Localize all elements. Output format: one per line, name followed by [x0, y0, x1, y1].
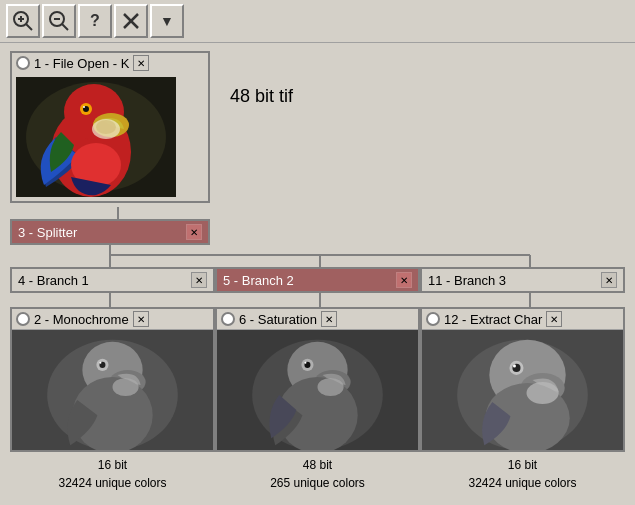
svg-point-52	[513, 364, 516, 367]
svg-point-43	[304, 362, 306, 364]
bit-depth-label: 48 bit tif	[230, 46, 293, 106]
extract-node: 12 - Extract Char ✕	[420, 307, 625, 452]
branch-2-close-icon: ✕	[400, 275, 408, 286]
file-open-label: 1 - File Open - K	[34, 56, 129, 71]
sat-node: 6 - Saturation ✕	[215, 307, 420, 452]
branch-row: 4 - Branch 1 ✕ 5 - Branch 2 ✕ 11 - Branc…	[10, 267, 625, 293]
file-open-header: 1 - File Open - K ✕	[12, 53, 208, 73]
close-all-button[interactable]	[114, 4, 148, 38]
branch-1-close[interactable]: ✕	[191, 272, 207, 288]
extract-bit-depth: 16 bit	[468, 456, 576, 474]
zoom-out-button[interactable]	[42, 4, 76, 38]
extract-panel: 12 - Extract Char ✕	[420, 307, 625, 496]
sat-unique-colors: 265 unique colors	[270, 474, 365, 492]
proc-lines-svg	[10, 293, 635, 307]
mono-unique-colors: 32424 unique colors	[58, 474, 166, 492]
branch-1-close-icon: ✕	[195, 275, 203, 286]
help-button[interactable]: ?	[78, 4, 112, 38]
close-icon: ✕	[137, 58, 145, 69]
extract-image	[422, 330, 623, 450]
sat-image	[217, 330, 418, 450]
extract-close[interactable]: ✕	[546, 311, 562, 327]
file-open-body	[12, 73, 208, 201]
extract-info: 16 bit 32424 unique colors	[466, 452, 578, 496]
file-open-image	[16, 77, 176, 197]
svg-point-34	[99, 362, 101, 364]
processor-row: 2 - Monochrome ✕	[10, 307, 625, 496]
mono-node: 2 - Monochrome ✕	[10, 307, 215, 452]
mono-bit-depth: 16 bit	[58, 456, 166, 474]
extract-close-icon: ✕	[550, 314, 558, 325]
mono-close[interactable]: ✕	[133, 311, 149, 327]
svg-point-36	[113, 378, 139, 396]
file-open-section: 1 - File Open - K ✕	[10, 51, 625, 203]
branch-3-close[interactable]: ✕	[601, 272, 617, 288]
sat-header: 6 - Saturation ✕	[217, 309, 418, 330]
svg-line-1	[26, 24, 32, 30]
extract-unique-colors: 32424 unique colors	[468, 474, 576, 492]
svg-point-54	[527, 382, 559, 404]
file-open-node: 1 - File Open - K ✕	[10, 51, 210, 203]
parrot-color-image	[16, 77, 176, 197]
branch-2-close[interactable]: ✕	[396, 272, 412, 288]
splitter-node: 3 - Splitter ✕	[10, 219, 210, 245]
bit-depth-display: 48 bit tif	[230, 51, 293, 107]
splitter-close[interactable]: ✕	[186, 224, 202, 240]
mono-close-icon: ✕	[137, 314, 145, 325]
toolbar: ? ▼	[0, 0, 635, 43]
sat-close-icon: ✕	[325, 314, 333, 325]
branch-3-node: 11 - Branch 3 ✕	[420, 267, 625, 293]
file-open-radio[interactable]	[16, 56, 30, 70]
sat-parrot-svg	[217, 330, 418, 450]
sat-close[interactable]: ✕	[321, 311, 337, 327]
mono-label: 2 - Monochrome	[34, 312, 129, 327]
sat-bit-depth: 48 bit	[270, 456, 365, 474]
file-open-close[interactable]: ✕	[133, 55, 149, 71]
sat-info: 48 bit 265 unique colors	[268, 452, 367, 496]
extract-header: 12 - Extract Char ✕	[422, 309, 623, 330]
mono-parrot-svg	[12, 330, 213, 450]
branch-proc-connector	[10, 293, 635, 307]
mono-panel: 2 - Monochrome ✕	[10, 307, 215, 496]
extract-label: 12 - Extract Char	[444, 312, 542, 327]
extract-radio[interactable]	[426, 312, 440, 326]
dropdown-button[interactable]: ▼	[150, 4, 184, 38]
splitter-branch-connector	[10, 245, 635, 267]
connector-1	[10, 207, 210, 219]
svg-point-45	[318, 378, 344, 396]
branch-3-label: 11 - Branch 3	[428, 273, 597, 288]
mono-radio[interactable]	[16, 312, 30, 326]
splitter-label: 3 - Splitter	[18, 225, 182, 240]
branch-1-label: 4 - Branch 1	[18, 273, 187, 288]
branch-3-close-icon: ✕	[605, 275, 613, 286]
splitter-section: 3 - Splitter ✕	[10, 219, 210, 245]
svg-line-5	[62, 24, 68, 30]
mono-header: 2 - Monochrome ✕	[12, 309, 213, 330]
svg-point-16	[83, 106, 85, 108]
sat-label: 6 - Saturation	[239, 312, 317, 327]
branch-2-node: 5 - Branch 2 ✕	[215, 267, 420, 293]
sat-panel: 6 - Saturation ✕	[215, 307, 420, 496]
branch-2-label: 5 - Branch 2	[223, 273, 392, 288]
canvas: 1 - File Open - K ✕	[0, 43, 635, 504]
splitter-close-icon: ✕	[190, 227, 198, 238]
extract-parrot-svg	[422, 330, 623, 450]
branch-1-node: 4 - Branch 1 ✕	[10, 267, 215, 293]
svg-point-19	[96, 120, 116, 134]
v-connector-1	[117, 207, 119, 219]
sat-radio[interactable]	[221, 312, 235, 326]
mono-image	[12, 330, 213, 450]
mono-info: 16 bit 32424 unique colors	[56, 452, 168, 496]
branch-lines-svg	[10, 245, 635, 267]
zoom-in-button[interactable]	[6, 4, 40, 38]
